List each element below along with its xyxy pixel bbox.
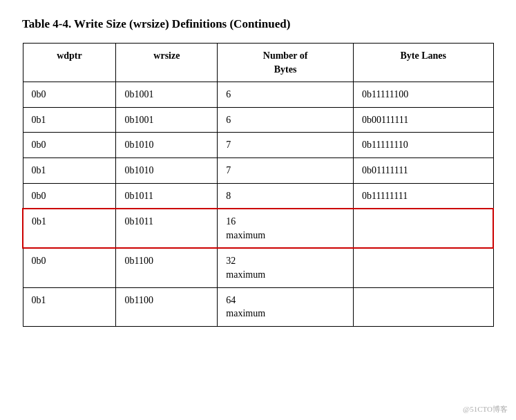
table-row: 0b10b101116maximum bbox=[23, 209, 493, 248]
cell-bytelanes: 0b00111111 bbox=[353, 107, 493, 133]
table-row: 0b10b100160b00111111 bbox=[23, 107, 493, 133]
cell-wrsize: 0b1100 bbox=[116, 287, 218, 326]
cell-bytelanes bbox=[353, 248, 493, 287]
table-row: 0b00b100160b11111100 bbox=[23, 82, 493, 108]
col-header-wdptr: wdptr bbox=[23, 44, 116, 82]
table-row: 0b00b101180b11111111 bbox=[23, 183, 493, 209]
page-container: Table 4-4. Write Size (wrsize) Definitio… bbox=[22, 17, 494, 327]
cell-numbytes: 8 bbox=[218, 183, 354, 209]
col-header-bytelanes: Byte Lanes bbox=[353, 44, 493, 82]
cell-wdptr: 0b1 bbox=[23, 158, 116, 184]
cell-wrsize: 0b1010 bbox=[116, 133, 218, 158]
cell-bytelanes bbox=[353, 287, 493, 326]
cell-bytelanes: 0b01111111 bbox=[353, 158, 493, 184]
cell-bytelanes bbox=[353, 209, 493, 248]
watermark: @51CTO博客 bbox=[463, 404, 508, 414]
table-row: 0b00b101070b11111110 bbox=[23, 133, 493, 158]
cell-wdptr: 0b0 bbox=[23, 183, 116, 209]
table-row: 0b10b110064maximum bbox=[23, 287, 493, 326]
cell-numbytes: 64maximum bbox=[218, 287, 354, 326]
cell-numbytes: 7 bbox=[218, 133, 354, 158]
table-row: 0b10b101070b01111111 bbox=[23, 158, 493, 184]
cell-numbytes: 7 bbox=[218, 158, 354, 184]
cell-wdptr: 0b0 bbox=[23, 133, 116, 158]
cell-numbytes: 6 bbox=[218, 82, 354, 108]
cell-numbytes: 6 bbox=[218, 107, 354, 133]
cell-wdptr: 0b1 bbox=[23, 287, 116, 326]
cell-wdptr: 0b0 bbox=[23, 248, 116, 287]
page-title: Table 4-4. Write Size (wrsize) Definitio… bbox=[22, 17, 494, 32]
cell-wrsize: 0b1001 bbox=[116, 82, 218, 108]
cell-numbytes: 16maximum bbox=[218, 209, 354, 248]
data-table: wdptr wrsize Number ofBytes Byte Lanes 0… bbox=[22, 43, 494, 327]
cell-wrsize: 0b1011 bbox=[116, 209, 218, 248]
cell-numbytes: 32maximum bbox=[218, 248, 354, 287]
cell-bytelanes: 0b11111100 bbox=[353, 82, 493, 108]
cell-wrsize: 0b1011 bbox=[116, 183, 218, 209]
cell-bytelanes: 0b11111111 bbox=[353, 183, 493, 209]
cell-wdptr: 0b0 bbox=[23, 82, 116, 108]
table-header-row: wdptr wrsize Number ofBytes Byte Lanes bbox=[23, 44, 493, 82]
cell-wdptr: 0b1 bbox=[23, 209, 116, 248]
cell-wdptr: 0b1 bbox=[23, 107, 116, 133]
cell-wrsize: 0b1001 bbox=[116, 107, 218, 133]
cell-bytelanes: 0b11111110 bbox=[353, 133, 493, 158]
col-header-numbytes: Number ofBytes bbox=[218, 44, 354, 82]
col-header-wrsize: wrsize bbox=[116, 44, 218, 82]
table-row: 0b00b110032maximum bbox=[23, 248, 493, 287]
cell-wrsize: 0b1010 bbox=[116, 158, 218, 184]
cell-wrsize: 0b1100 bbox=[116, 248, 218, 287]
